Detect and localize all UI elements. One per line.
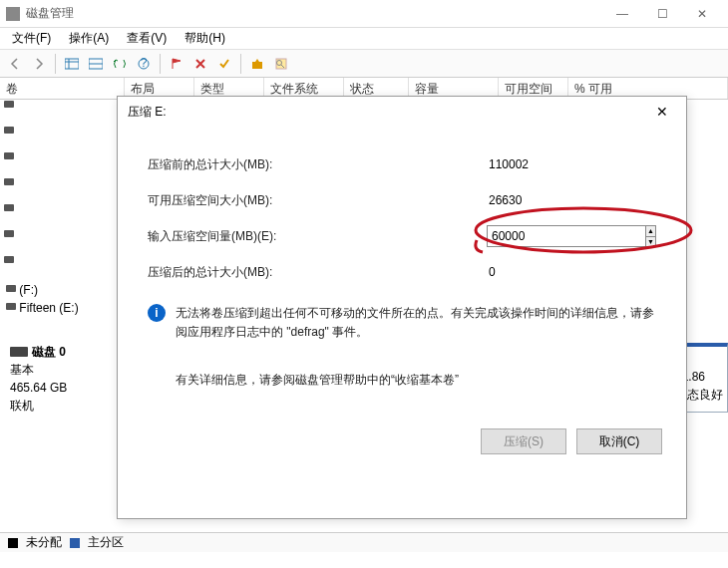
view-detail-icon[interactable] bbox=[85, 53, 107, 75]
list-item[interactable] bbox=[0, 100, 18, 126]
dialog-title: 压缩 E: bbox=[128, 104, 648, 121]
disk-size: 465.64 GB bbox=[10, 379, 115, 397]
window-controls: — ☐ ✕ bbox=[602, 1, 722, 27]
list-item-label: (F:) bbox=[19, 283, 38, 297]
svg-rect-0 bbox=[65, 59, 79, 69]
list-item[interactable] bbox=[0, 151, 18, 177]
svg-rect-7 bbox=[252, 62, 262, 69]
menu-file[interactable]: 文件(F) bbox=[4, 28, 59, 49]
list-item[interactable] bbox=[0, 229, 18, 255]
dialog-titlebar: 压缩 E: ✕ bbox=[118, 97, 686, 127]
volume-icon bbox=[4, 204, 14, 211]
shrink-dialog: 压缩 E: ✕ 压缩前的总计大小(MB): 可用压缩空间大小(MB): 输入压缩… bbox=[117, 96, 687, 519]
value-avail-size bbox=[487, 191, 656, 209]
volume-icon bbox=[4, 101, 14, 108]
dialog-buttons: 压缩(S) 取消(C) bbox=[118, 419, 686, 470]
app-icon bbox=[6, 7, 20, 21]
refresh-icon[interactable] bbox=[109, 53, 131, 75]
list-item[interactable] bbox=[0, 126, 18, 151]
legend-label-primary: 主分区 bbox=[88, 534, 124, 551]
list-item[interactable] bbox=[0, 203, 18, 229]
minimize-button[interactable]: — bbox=[602, 1, 642, 27]
volume-icon bbox=[4, 230, 14, 237]
toolbar-separator bbox=[240, 54, 241, 74]
dialog-close-button[interactable]: ✕ bbox=[648, 101, 676, 123]
properties-icon[interactable] bbox=[270, 53, 292, 75]
help-text: 有关详细信息，请参阅磁盘管理帮助中的“收缩基本卷” bbox=[176, 372, 656, 389]
maximize-button[interactable]: ☐ bbox=[642, 1, 682, 27]
cancel-button[interactable]: 取消(C) bbox=[576, 428, 662, 454]
label-avail-size: 可用压缩空间大小(MB): bbox=[148, 192, 347, 209]
list-item-label: Fifteen (E:) bbox=[19, 301, 78, 315]
spin-down-icon[interactable]: ▼ bbox=[646, 237, 655, 247]
spin-up-icon[interactable]: ▲ bbox=[646, 226, 655, 237]
forward-icon[interactable] bbox=[28, 53, 50, 75]
volume-icon bbox=[6, 303, 16, 310]
window-titlebar: 磁盘管理 — ☐ ✕ bbox=[0, 0, 728, 28]
disk-icon bbox=[10, 347, 28, 357]
disk-type: 基本 bbox=[10, 361, 115, 379]
menu-help[interactable]: 帮助(H) bbox=[177, 28, 233, 49]
shrink-button[interactable]: 压缩(S) bbox=[481, 428, 566, 454]
toolbar: ? bbox=[0, 50, 728, 78]
dialog-body: 压缩前的总计大小(MB): 可用压缩空间大小(MB): 输入压缩空间量(MB)(… bbox=[118, 127, 686, 419]
col-volume[interactable]: 卷 bbox=[0, 78, 125, 99]
label-after-size: 压缩后的总计大小(MB): bbox=[148, 264, 347, 281]
back-icon[interactable] bbox=[4, 53, 26, 75]
value-after-size bbox=[487, 263, 656, 281]
legend-swatch-unallocated bbox=[8, 538, 18, 548]
disk-status: 联机 bbox=[10, 397, 115, 415]
disk-panel[interactable]: 磁盘 0 基本 465.64 GB 联机 bbox=[10, 343, 115, 415]
info-icon: i bbox=[148, 304, 166, 322]
volume-icon bbox=[6, 285, 16, 292]
volume-icon bbox=[4, 152, 14, 159]
value-before-size bbox=[487, 155, 656, 173]
disk-name: 磁盘 0 bbox=[32, 343, 66, 361]
spinner: ▲ ▼ bbox=[645, 226, 655, 246]
view-list-icon[interactable] bbox=[61, 53, 83, 75]
menubar: 文件(F) 操作(A) 查看(V) 帮助(H) bbox=[0, 28, 728, 50]
toolbar-separator bbox=[55, 54, 56, 74]
wizard-icon[interactable] bbox=[246, 53, 268, 75]
legend: 未分配 主分区 bbox=[0, 532, 728, 552]
action-flag-icon[interactable] bbox=[166, 53, 187, 75]
info-text: 无法将卷压缩到超出任何不可移动的文件所在的点。有关完成该操作时间的详细信息，请参… bbox=[176, 304, 656, 342]
close-button[interactable]: ✕ bbox=[682, 1, 722, 27]
label-before-size: 压缩前的总计大小(MB): bbox=[148, 156, 347, 173]
list-item[interactable] bbox=[0, 177, 18, 203]
list-item-f[interactable]: (F:) bbox=[6, 283, 38, 297]
volume-icon bbox=[4, 178, 14, 185]
shrink-amount-input[interactable] bbox=[488, 226, 645, 246]
legend-swatch-primary bbox=[70, 538, 80, 548]
shrink-amount-stepper[interactable]: ▲ ▼ bbox=[487, 225, 656, 247]
menu-action[interactable]: 操作(A) bbox=[61, 28, 117, 49]
menu-view[interactable]: 查看(V) bbox=[119, 28, 175, 49]
svg-text:?: ? bbox=[141, 58, 148, 70]
legend-label-unallocated: 未分配 bbox=[26, 534, 62, 551]
delete-icon[interactable] bbox=[189, 53, 211, 75]
volume-icon bbox=[4, 127, 14, 134]
window-title: 磁盘管理 bbox=[26, 5, 602, 22]
toolbar-separator bbox=[160, 54, 161, 74]
volume-icon bbox=[4, 256, 14, 263]
list-item[interactable] bbox=[0, 255, 18, 281]
check-icon[interactable] bbox=[213, 53, 235, 75]
help-toolbar-icon[interactable]: ? bbox=[133, 53, 155, 75]
list-item-fifteen[interactable]: Fifteen (E:) bbox=[6, 301, 79, 315]
label-input-amount: 输入压缩空间量(MB)(E): bbox=[148, 228, 347, 245]
